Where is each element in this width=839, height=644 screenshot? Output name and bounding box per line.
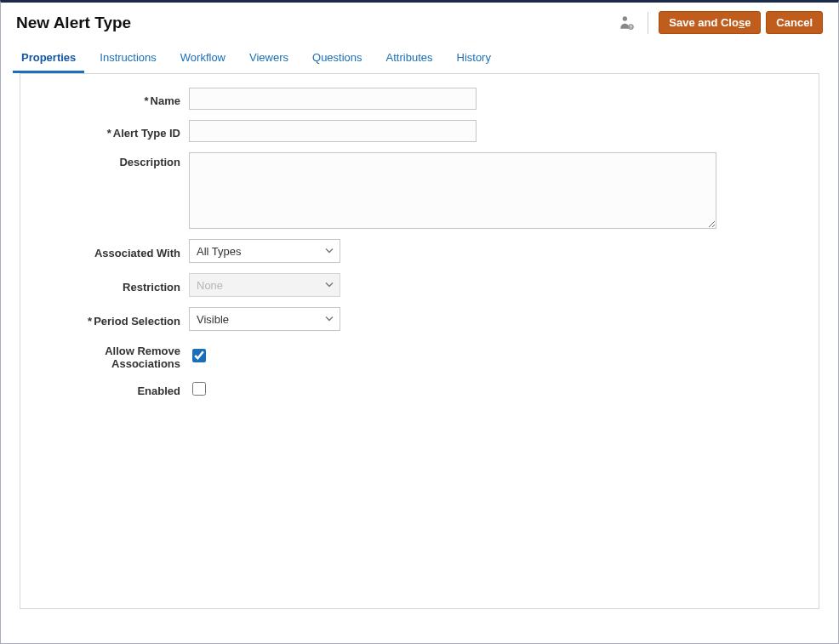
save-label-post: e (745, 16, 751, 29)
header-actions: ? Save and Close Cancel (615, 11, 823, 34)
enabled-checkbox[interactable] (192, 382, 206, 396)
name-input[interactable] (189, 88, 477, 110)
tab-bar: Properties Instructions Workflow Viewers… (1, 44, 838, 73)
row-allow-remove-associations: Allow Remove Associations (36, 341, 803, 370)
period-selection-select[interactable]: Visible (189, 307, 340, 331)
tab-instructions[interactable]: Instructions (91, 44, 164, 73)
alert-type-id-input[interactable] (189, 120, 477, 142)
user-help-icon-button[interactable]: ? (615, 12, 637, 34)
label-name: *Name (36, 91, 189, 107)
tab-viewers[interactable]: Viewers (241, 44, 297, 73)
required-marker: * (88, 315, 92, 328)
label-alert-type-id: *Alert Type ID (36, 123, 189, 140)
label-associated-with: Associated With (36, 243, 189, 259)
row-name: *Name (36, 88, 803, 110)
new-alert-type-dialog: New Alert Type ? Save and Close Cancel P… (0, 0, 839, 644)
tab-attributes[interactable]: Attributes (378, 44, 442, 73)
associated-with-select[interactable]: All Types (189, 239, 340, 263)
row-enabled: Enabled (36, 380, 803, 398)
tab-history[interactable]: History (448, 44, 499, 73)
required-marker: * (107, 127, 111, 140)
save-and-close-button[interactable]: Save and Close (659, 11, 761, 34)
tab-questions[interactable]: Questions (304, 44, 371, 73)
svg-point-0 (623, 16, 627, 20)
page-title: New Alert Type (16, 14, 131, 32)
description-textarea[interactable] (189, 152, 716, 229)
label-restriction: Restriction (36, 277, 189, 294)
label-period-selection: *Period Selection (36, 311, 189, 328)
tab-properties[interactable]: Properties (13, 44, 84, 73)
restriction-select: None (189, 273, 340, 297)
save-label-pre: Save and Clo (669, 16, 739, 29)
row-restriction: Restriction None (36, 273, 803, 297)
user-help-icon: ? (618, 14, 635, 31)
required-marker: * (145, 94, 149, 107)
svg-text:?: ? (630, 24, 632, 29)
row-description: Description (36, 152, 803, 229)
restriction-select-wrap: None (189, 273, 340, 297)
label-enabled: Enabled (36, 381, 189, 397)
properties-panel: *Name *Alert Type ID Description Associa… (20, 73, 819, 609)
divider (648, 12, 648, 34)
period-selection-select-wrap: Visible (189, 307, 340, 331)
allow-remove-associations-checkbox[interactable] (192, 349, 206, 362)
dialog-header: New Alert Type ? Save and Close Cancel (1, 3, 838, 36)
label-allow-remove-associations: Allow Remove Associations (36, 341, 189, 370)
tab-workflow[interactable]: Workflow (172, 44, 234, 73)
row-alert-type-id: *Alert Type ID (36, 120, 803, 142)
label-description: Description (36, 152, 189, 168)
associated-with-select-wrap: All Types (189, 239, 340, 263)
row-period-selection: *Period Selection Visible (36, 307, 803, 331)
row-associated-with: Associated With All Types (36, 239, 803, 263)
cancel-button[interactable]: Cancel (766, 11, 823, 34)
